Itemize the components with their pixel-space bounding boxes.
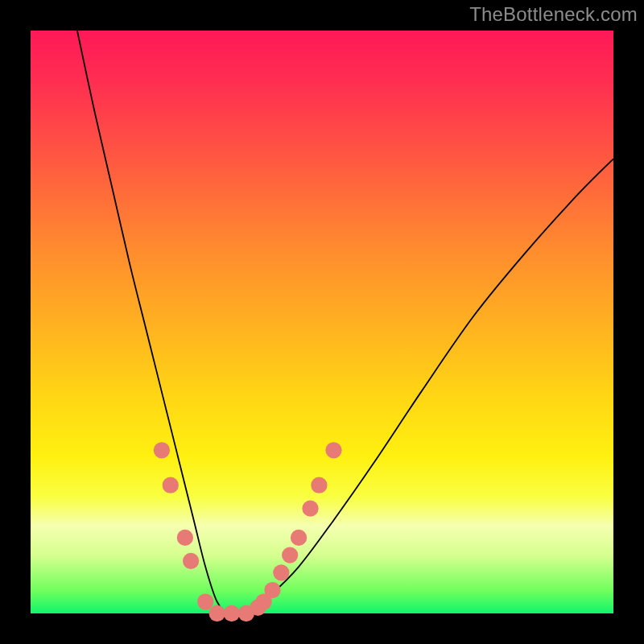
plot-area (31, 31, 613, 613)
highlight-dot (325, 442, 341, 458)
highlight-dot (273, 564, 289, 580)
chart-frame: TheBottleneck.com (0, 0, 644, 644)
highlight-dot (282, 547, 298, 563)
highlight-dot (224, 605, 240, 621)
highlight-dot (209, 605, 225, 621)
highlight-dot (163, 477, 179, 493)
highlight-dot (183, 553, 199, 569)
highlight-dot (311, 477, 327, 493)
highlight-dot (197, 593, 213, 609)
highlight-dot (264, 582, 280, 598)
highlight-dot (177, 530, 193, 546)
highlight-dot (302, 501, 318, 517)
bottleneck-curve (77, 31, 613, 615)
highlight-dot (154, 442, 170, 458)
highlight-dots-group (154, 442, 342, 621)
highlight-dot (291, 530, 307, 546)
chart-svg (31, 31, 613, 613)
watermark-text: TheBottleneck.com (469, 3, 638, 26)
